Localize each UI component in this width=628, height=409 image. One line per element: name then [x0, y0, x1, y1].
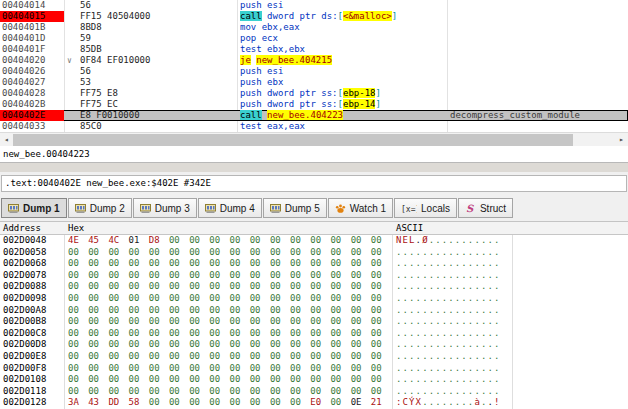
- disasm-row[interactable]: 0040402BFF75 ECpush dword ptr ss:[ebp-14…: [0, 99, 628, 110]
- disasm-instruction: push dword ptr ss:[ebp-18]: [240, 88, 381, 99]
- disasm-row[interactable]: 0040401456push esi: [0, 0, 628, 11]
- dump-hex-bytes: 00000000000000000000000000000000: [68, 270, 391, 282]
- jump-direction-icon: ∨: [67, 55, 72, 66]
- dump-hex-bytes: 00000000000000000000000000000000: [68, 328, 391, 340]
- disasm-instruction: test eax,eax: [240, 121, 305, 132]
- dump-row[interactable]: 002D01283A43DD580000000000000000E0000E21…: [0, 397, 628, 409]
- dump-row[interactable]: 002D006800000000000000000000000000000000…: [0, 258, 628, 270]
- dump-address: 002D0088: [3, 281, 46, 293]
- dump-hex-bytes: 4E454C01D80000000000000000000000: [68, 235, 391, 247]
- tab-dump-3[interactable]: Dump 3: [133, 198, 197, 218]
- dump-address: 002D0068: [3, 258, 46, 270]
- tab-label: Dump 4: [220, 203, 255, 214]
- disasm-bytes: FF15 40504000: [80, 11, 150, 22]
- dump-ascii-text: ................: [396, 339, 501, 351]
- dump-hex-bytes: 00000000000000000000000000000000: [68, 339, 391, 351]
- dump-hex-bytes: 00000000000000000000000000000000: [68, 351, 391, 363]
- dump-hex-bytes: 00000000000000000000000000000000: [68, 281, 391, 293]
- dump-ascii-text: ................: [396, 247, 501, 259]
- tab-label: Watch 1: [350, 203, 386, 214]
- dump-address: 002D00F8: [3, 363, 46, 375]
- watch-icon: [335, 203, 346, 214]
- disasm-row[interactable]: 0040402EE8 F0010000call new_bee.404223de…: [0, 110, 628, 121]
- dump-hex-bytes: 00000000000000000000000000000000: [68, 305, 391, 317]
- dump-row[interactable]: 002D005800000000000000000000000000000000…: [0, 247, 628, 259]
- dump-row[interactable]: 002D010800000000000000000000000000000000…: [0, 374, 628, 386]
- disasm-bytes: 85C0: [80, 121, 102, 132]
- disasm-address: 0040401D: [0, 33, 64, 44]
- horizontal-scrollbar[interactable]: ◂ ▸: [0, 132, 628, 146]
- disasm-address: 0040402B: [0, 99, 64, 110]
- dump-icon: [8, 203, 19, 214]
- tab-label: Locals: [421, 203, 450, 214]
- dump-header: Address Hex ASCII: [0, 222, 628, 235]
- tab-watch-1[interactable]: Watch 1: [328, 198, 393, 218]
- disasm-row[interactable]: 00404020∨0F84 EF010000je new_bee.404215: [0, 55, 628, 66]
- tab-dump-1[interactable]: Dump 1: [1, 198, 67, 218]
- disasm-bytes: 56: [80, 66, 91, 77]
- panel-splitter[interactable]: [0, 163, 628, 172]
- struct-icon: S: [465, 203, 476, 214]
- breakpoint-address: 00404015: [0, 11, 64, 22]
- tab-struct[interactable]: SStruct: [458, 198, 513, 218]
- info-box: new_bee.00404223: [0, 146, 628, 163]
- disasm-row[interactable]: 0040402656push esi: [0, 66, 628, 77]
- scroll-left-icon[interactable]: ◂: [0, 134, 13, 146]
- tab-dump-2[interactable]: Dump 2: [68, 198, 132, 218]
- svg-text:[x=]: [x=]: [401, 204, 417, 213]
- dump-row[interactable]: 002D007800000000000000000000000000000000…: [0, 270, 628, 282]
- dump-hex-bytes: 00000000000000000000000000000000: [68, 258, 391, 270]
- dump-ascii-text: ................: [396, 293, 501, 305]
- dump-row[interactable]: 002D00B800000000000000000000000000000000…: [0, 316, 628, 328]
- dump-row[interactable]: 002D009800000000000000000000000000000000…: [0, 293, 628, 305]
- dump-ascii-text: ................: [396, 374, 501, 386]
- disasm-bytes: 0F84 EF010000: [80, 55, 150, 66]
- scrollbar-thumb[interactable]: [13, 134, 573, 146]
- disasm-instruction: test ebx,ebx: [240, 44, 305, 55]
- dump-row[interactable]: 002D00A800000000000000000000000000000000…: [0, 305, 628, 317]
- tab-dump-5[interactable]: Dump 5: [263, 198, 327, 218]
- status-address-text: .text:0040402E new_bee.exe:$402E #342E: [1, 175, 627, 192]
- dump-address: 002D0048: [3, 235, 46, 247]
- disassembly-panel[interactable]: 0040401456push esi00404015FF15 40504000c…: [0, 0, 628, 132]
- dump-row[interactable]: 002D00E800000000000000000000000000000000…: [0, 351, 628, 363]
- disasm-row[interactable]: 00404028FF75 E8push dword ptr ss:[ebp-18…: [0, 88, 628, 99]
- dump-row[interactable]: 002D00C800000000000000000000000000000000…: [0, 328, 628, 340]
- dump-address: 002D0108: [3, 374, 46, 386]
- disasm-instruction: call new_bee.404223: [240, 110, 343, 121]
- disasm-bytes: FF75 E8: [80, 88, 118, 99]
- disasm-address: 0040401B: [0, 22, 64, 33]
- disasm-address: 00404026: [0, 66, 64, 77]
- dump-ascii-text: ................: [396, 328, 501, 340]
- dump-panel[interactable]: Address Hex ASCII 002D00484E454C01D80000…: [0, 222, 628, 409]
- disasm-row[interactable]: 0040401B8BD8mov ebx,eax: [0, 22, 628, 33]
- tab-locals[interactable]: [x=]Locals: [394, 198, 457, 218]
- disasm-row[interactable]: 0040403385C0test eax,eax: [0, 121, 628, 132]
- breakpoint-address: 0040402E: [0, 110, 64, 121]
- disasm-address: 00404014: [0, 0, 64, 11]
- dump-row[interactable]: 002D011800000000000000000000000000000000…: [0, 386, 628, 398]
- tab-dump-4[interactable]: Dump 4: [198, 198, 262, 218]
- disasm-bytes: FF75 EC: [80, 99, 118, 110]
- dump-ascii-text: NEL.Ø...........: [396, 235, 501, 247]
- dump-row[interactable]: 002D00F800000000000000000000000000000000…: [0, 363, 628, 375]
- dump-address: 002D0078: [3, 270, 46, 282]
- dump-address: 002D0098: [3, 293, 46, 305]
- disasm-row[interactable]: 00404015FF15 40504000call dword ptr ds:[…: [0, 11, 628, 22]
- disasm-row[interactable]: 0040401F85DBtest ebx,ebx: [0, 44, 628, 55]
- dump-address: 002D0128: [3, 397, 46, 409]
- dump-ascii-text: :CÝX........à..!: [396, 397, 501, 409]
- dump-row[interactable]: 002D00484E454C01D80000000000000000000000…: [0, 235, 628, 247]
- disasm-row[interactable]: 0040401D59pop ecx: [0, 33, 628, 44]
- dump-row[interactable]: 002D00D800000000000000000000000000000000…: [0, 339, 628, 351]
- locals-icon: [x=]: [401, 203, 417, 214]
- dump-row[interactable]: 002D008800000000000000000000000000000000…: [0, 281, 628, 293]
- call-target-label: new_bee.00404223: [3, 149, 90, 159]
- disasm-row[interactable]: 0040402753push ebx: [0, 77, 628, 88]
- dump-hex-bytes: 00000000000000000000000000000000: [68, 293, 391, 305]
- dump-icon: [270, 203, 281, 214]
- disasm-instruction: call dword ptr ds:[<&malloc>]: [240, 11, 397, 22]
- dump-ascii-text: ................: [396, 316, 501, 328]
- scroll-right-icon[interactable]: ▸: [615, 134, 628, 146]
- tab-label: Struct: [480, 203, 506, 214]
